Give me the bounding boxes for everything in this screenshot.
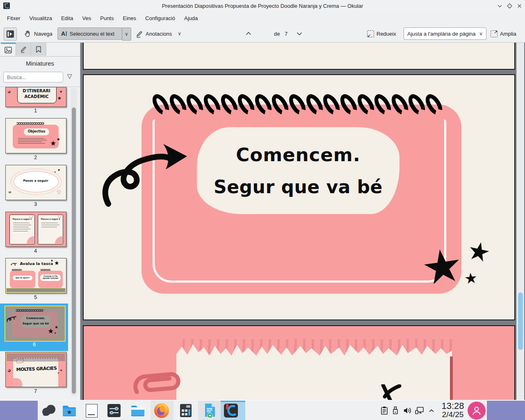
- annotations-button[interactable]: Anotacions ∨: [135, 27, 181, 40]
- page-7-top: [83, 325, 515, 400]
- file-manager-folder-icon[interactable]: [130, 403, 146, 418]
- minimize-button[interactable]: [494, 0, 505, 11]
- sidebar-tabstrip: [0, 43, 80, 57]
- spiral-ring: [251, 91, 275, 118]
- select-text-dropdown[interactable]: ∨: [122, 27, 131, 41]
- tab-annotations[interactable]: [16, 43, 31, 56]
- clipboard-tray-icon[interactable]: [379, 406, 389, 415]
- thumb5-spiral2: ɔɔɔɔɔɔɔ: [40, 268, 50, 272]
- network-display-tray-icon[interactable]: [415, 406, 425, 415]
- spiral-ring: [303, 91, 326, 118]
- chevron-down-icon: ∨: [479, 31, 483, 37]
- page-5-bottom: [83, 43, 515, 70]
- window-frame-icon[interactable]: [84, 403, 99, 418]
- paperclip-doodle: [130, 363, 188, 400]
- firefox-icon[interactable]: [154, 403, 169, 418]
- thumb4-clip1: [30, 213, 33, 218]
- zoom-in-button[interactable]: ↗ Amplia: [491, 27, 516, 40]
- menu-configuracio[interactable]: Configuració: [141, 15, 180, 21]
- next-page-button[interactable]: [294, 27, 304, 40]
- thumbnail-page-6-selected[interactable]: ɔɔɔɔɔɔɔɔɔɔɔɔɔ Comencem. Segur que va bé …: [0, 304, 68, 351]
- thumb4-textline: [41, 225, 59, 225]
- thumbnail-page-7[interactable]: MOLTES GRÀCIES ɔ ★ ★: [5, 352, 66, 387]
- clock-widget[interactable]: 13:28 2/4/25: [438, 402, 468, 418]
- thumbnail-2-label: 2: [5, 154, 66, 160]
- menu-visualitza[interactable]: Visualitza: [25, 15, 57, 21]
- thumb4-textline: [41, 227, 57, 227]
- previous-page-button[interactable]: [244, 27, 253, 40]
- close-icon[interactable]: [514, 0, 525, 11]
- svg-text:★: ★: [66, 409, 72, 416]
- thumb1-line2: ACADÈMIC: [17, 94, 56, 99]
- thumbnail-1-label: 1: [5, 107, 66, 114]
- thumb1-sparkle: ★: [57, 96, 62, 100]
- maximize-button[interactable]: [504, 0, 515, 11]
- spiral-ring: [235, 91, 258, 118]
- system-settings-icon[interactable]: [106, 403, 122, 418]
- pen-icon: [135, 30, 143, 38]
- menu-eines[interactable]: Eines: [118, 15, 141, 21]
- menu-edita[interactable]: Edita: [57, 15, 78, 21]
- search-input[interactable]: [3, 72, 63, 82]
- taskbar-purple-segment-left: [0, 401, 38, 420]
- spiral-ring: [217, 91, 241, 118]
- zoom-mode-combobox[interactable]: Ajusta a l'amplària de pàgina ∨: [404, 27, 486, 40]
- filter-icon[interactable]: ▽: [67, 73, 72, 80]
- thumb4-textline: [13, 231, 28, 231]
- thumbnail-page-1[interactable]: D'ITINERARI ACADÈMIC ɔ ★ ★: [5, 87, 66, 107]
- okular-icon[interactable]: [223, 403, 239, 418]
- thumb1-line1: D'ITINERARI: [17, 89, 56, 93]
- device-notifier-tray-icon[interactable]: [390, 406, 400, 415]
- thumbnail-page-5[interactable]: Avalua la tasca ★ ★ ɔɔɔɔɔɔɔ ɔɔɔɔɔɔɔ Què …: [5, 258, 66, 293]
- menu-fitxer[interactable]: Fitxer: [2, 15, 25, 21]
- spiral-ring: [200, 91, 224, 118]
- thumb2-spiral: ɔɔɔɔɔɔɔɔɔɔɔɔɔ: [16, 121, 44, 126]
- slide6-line2: Segur que va bé: [214, 176, 383, 197]
- select-text-button[interactable]: AI Seleccioneu el text: [57, 27, 122, 40]
- tab-bookmarks[interactable]: [31, 43, 46, 56]
- user-avatar[interactable]: [468, 402, 486, 420]
- thumbnail-page-6[interactable]: ɔɔɔɔɔɔɔɔɔɔɔɔɔ Comencem. Segur que va bé …: [5, 306, 66, 342]
- main-scrollbar-thumb[interactable]: [518, 292, 523, 350]
- toggle-sidebar-button[interactable]: [4, 27, 17, 41]
- new-document-icon[interactable]: [202, 403, 218, 418]
- thumbnail-6-label: 6: [5, 341, 64, 347]
- spiral-ring: [371, 91, 395, 118]
- menu-ves[interactable]: Ves: [78, 15, 96, 21]
- thumbnail-page-2[interactable]: ɔɔɔɔɔɔɔɔɔɔɔɔɔ Objectius ★ ★: [5, 118, 66, 153]
- calculator-icon[interactable]: [178, 403, 194, 418]
- thumb5-title: Avalua la tasca: [18, 261, 55, 266]
- curly-arrow-doodle: [102, 141, 189, 207]
- handwriting-stroke: [377, 384, 403, 400]
- favorites-folder-icon[interactable]: ★: [62, 403, 77, 418]
- sidebar-scrollbar[interactable]: [71, 88, 77, 396]
- titlebar[interactable]: Presentación Diapositivas Propuesta de P…: [0, 0, 525, 12]
- thumb4-textline: [13, 223, 30, 223]
- thumb2-title: Objectius: [24, 130, 49, 133]
- thumbnail-page-4[interactable]: Passos a seguir 1 Passos a seguir 2: [5, 212, 66, 247]
- tab-thumbnails[interactable]: [1, 43, 16, 56]
- menu-ajuda[interactable]: Ajuda: [180, 15, 202, 21]
- chevron-up-icon: [245, 30, 252, 37]
- thumb1-sparkle: ★: [59, 90, 62, 94]
- volume-tray-icon[interactable]: [402, 406, 412, 415]
- select-text-label: Seleccioneu el text: [70, 31, 114, 37]
- slide7-paper-shadow-edge: [450, 356, 453, 400]
- zoom-out-button[interactable]: ↙ Redueix: [367, 27, 396, 40]
- sidebar-scrollbar-thumb[interactable]: [72, 107, 76, 394]
- thumb4-clip2: [58, 213, 61, 218]
- thumb2-textline: [18, 142, 42, 142]
- hand-icon: [24, 30, 32, 38]
- thumb6-star: ★: [48, 328, 54, 335]
- browse-tool-button[interactable]: Navega: [24, 27, 52, 40]
- tray-expander-chevron-icon[interactable]: [427, 406, 436, 415]
- thumb3-sparkle: ★: [57, 169, 60, 172]
- main-scrollbar[interactable]: [516, 43, 524, 400]
- thumb6-spiral: ɔɔɔɔɔɔɔɔɔɔɔɔɔ: [16, 308, 43, 313]
- blob-app-icon[interactable]: [41, 403, 56, 418]
- spiral-ring: [166, 91, 189, 118]
- menu-punts[interactable]: Punts: [96, 15, 118, 21]
- thumbnails-icon: [5, 47, 12, 53]
- thumbnail-page-3[interactable]: Pasos a seguir ♡ ɔ ★ ★: [5, 165, 66, 200]
- spiral-ring: [183, 91, 207, 118]
